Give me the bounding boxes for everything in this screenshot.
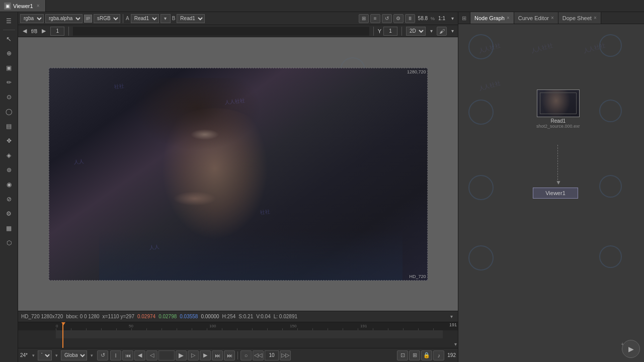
viewer-toolbar-2: ◀ f/8 ▶ Y 2D3D ▾ 🖌 ▾: [18, 25, 458, 37]
frame-last: 192: [447, 352, 456, 358]
viewer-toolbar-1: rgbargbrgba rgba.alpha IP sRGB A Read1 ▾…: [18, 12, 458, 25]
render-btn[interactable]: ⊞: [409, 350, 420, 360]
resolution-label: HD_720 644x362: [21, 314, 63, 319]
current-frame-input[interactable]: 0: [158, 350, 175, 360]
tab-dope-sheet[interactable]: Dope Sheet ×: [558, 12, 601, 24]
tab-node-graph[interactable]: Node Graph ×: [470, 12, 514, 24]
toolbar-btn-transform[interactable]: ⊕: [2, 46, 16, 60]
next-keyframe-btn[interactable]: ⏭: [212, 350, 223, 360]
toolbar-btn-tools[interactable]: ⚙: [2, 207, 16, 221]
timeline-scroll-down[interactable]: ▾: [454, 341, 457, 347]
right-panel: ⊞ Node Graph × Curve Editor × Dope Sheet…: [458, 12, 644, 362]
toolbar-btn-paint[interactable]: ⊘: [2, 192, 16, 206]
tab-viewer1-label: Viewer1: [13, 3, 33, 9]
loop-btn[interactable]: ↺: [97, 350, 108, 360]
global-play-btn[interactable]: ▶: [622, 340, 640, 358]
toolbar-btn-move[interactable]: ✥: [2, 134, 16, 148]
channel-select[interactable]: rgbargbrgba: [20, 14, 44, 23]
global-expand-btn[interactable]: ▾: [88, 350, 95, 360]
global-select[interactable]: Global: [61, 350, 87, 360]
audio-sync-btn[interactable]: ♪: [433, 350, 444, 360]
top-tab-bar: ▣ Viewer1 ×: [0, 0, 644, 12]
tf-select[interactable]: TF: [38, 350, 52, 360]
audio-btn[interactable]: ◁◁: [253, 350, 264, 360]
view-options-btn[interactable]: ▾: [449, 27, 456, 36]
timeline-track[interactable]: 0 50 100 150 191 191: [18, 322, 458, 348]
toolbar-btn-menu[interactable]: ☰: [2, 14, 16, 28]
toolbar-btn-3d[interactable]: ◈: [2, 148, 16, 162]
read1-node[interactable]: Read1 shot2_source.000.exr: [536, 89, 580, 129]
go-start-btn[interactable]: I: [110, 350, 121, 360]
go-end-btn[interactable]: ⏭: [224, 350, 235, 360]
pause-icon[interactable]: ⏸: [405, 14, 415, 23]
tab-viewer1-close[interactable]: ×: [35, 3, 41, 9]
toolbar-btn-pencil[interactable]: ✏: [2, 75, 16, 89]
viewer1-node[interactable]: Viewer1: [533, 188, 578, 199]
input-b-label: B: [172, 16, 176, 21]
timeline-playhead[interactable]: [62, 322, 63, 348]
view-mode-arrow[interactable]: ▾: [428, 27, 435, 36]
timeline-end-frame: 191: [449, 322, 457, 327]
lock-btn[interactable]: 🔒: [421, 350, 432, 360]
v-value: V:0.04: [256, 314, 271, 319]
tab-curve-editor-close[interactable]: ×: [551, 15, 554, 21]
loop-mode-btn[interactable]: ○: [240, 350, 252, 360]
zoom-unit: %: [431, 16, 435, 21]
toolbar-btn-badge[interactable]: ⬡: [2, 236, 16, 250]
play-fwd-btn[interactable]: ▶: [176, 350, 187, 360]
chevron-down-icon[interactable]: ▾: [449, 14, 456, 23]
tab-node-graph-close[interactable]: ×: [507, 15, 510, 21]
refresh-icon[interactable]: ↺: [382, 14, 392, 23]
dope-sheet-label: Dope Sheet: [562, 15, 592, 21]
tab-curve-editor[interactable]: Curve Editor ×: [514, 12, 558, 24]
node-graph-area[interactable]: 人人社社 人人社社 人人社社 人人社社 Read1 shot2_source.0…: [458, 24, 644, 362]
y-label: Y: [378, 28, 381, 34]
input-a-extra[interactable]: ▾: [160, 14, 171, 23]
zoom-value: 58.8: [418, 16, 428, 21]
toolbar-btn-crop[interactable]: ▣: [2, 61, 16, 75]
viewer-panel: rgbargbrgba rgba.alpha IP sRGB A Read1 ▾…: [18, 12, 458, 362]
fps-expand-btn[interactable]: ▾: [30, 350, 37, 360]
fps-display: 24*: [20, 352, 28, 358]
alpha-select[interactable]: rgba.alpha: [45, 14, 83, 23]
viewer-icon: ▣: [4, 3, 11, 10]
prev-frame-btn[interactable]: ◀: [20, 27, 29, 36]
layout-icon[interactable]: ⊞: [359, 14, 369, 23]
toolbar-btn-clone[interactable]: ⊙: [2, 90, 16, 104]
tab-viewer1[interactable]: ▣ Viewer1 ×: [0, 0, 46, 12]
frame-val-1[interactable]: [50, 27, 64, 36]
settings-icon[interactable]: ⚙: [393, 14, 404, 23]
step-back-btn[interactable]: ◁: [146, 350, 157, 360]
tab-dope-sheet-close[interactable]: ×: [594, 15, 597, 21]
status-expand-btn[interactable]: ▾: [448, 313, 455, 320]
viewer-canvas[interactable]: 社社 人人社社 人人 社社 人人 1280,720 HD_720: [49, 68, 428, 281]
compare-icon[interactable]: ≡: [370, 14, 380, 23]
node-graph-label: Node Graph: [474, 15, 505, 21]
g-value: 0.02798: [158, 314, 177, 319]
cache-btn[interactable]: ⊡: [397, 350, 408, 360]
read1-node-sublabel: shot2_source.000.exr: [536, 124, 580, 129]
tf-expand-btn[interactable]: ▾: [53, 350, 60, 360]
toolbar-btn-gradient[interactable]: ▤: [2, 119, 16, 133]
paint-tool-btn[interactable]: 🖌: [437, 27, 447, 36]
toolbar-btn-shape[interactable]: ◯: [2, 105, 16, 119]
fast-fwd-btn[interactable]: ▷▷: [280, 350, 291, 360]
step-input[interactable]: [265, 350, 279, 360]
colorspace-select[interactable]: sRGB: [94, 14, 120, 23]
next-frame-btn[interactable]: ▶: [39, 27, 48, 36]
toolbar-btn-layers[interactable]: ▦: [2, 221, 16, 235]
view-mode-select[interactable]: 2D3D: [406, 27, 426, 36]
toolbar-btn-eye[interactable]: ◉: [2, 177, 16, 192]
viewer1-node-label: Viewer1: [545, 190, 566, 196]
play-rev-btn[interactable]: ▷: [188, 350, 199, 360]
toolbar-btn-pointer[interactable]: ↖: [2, 32, 16, 46]
input-a-select[interactable]: Read1: [131, 14, 159, 23]
ip-indicator: IP: [84, 15, 92, 23]
main-area: ☰ ↖ ⊕ ▣ ✏ ⊙ ◯ ▤ ✥ ◈ ⊛ ◉ ⊘ ⚙ ▦ ⬡ rgbargbr…: [0, 12, 644, 362]
input-b-select[interactable]: Read1: [177, 14, 205, 23]
toolbar-btn-particles[interactable]: ⊛: [2, 163, 16, 177]
prev-keyframe-btn[interactable]: ⏮: [122, 350, 133, 360]
y-val[interactable]: [383, 27, 397, 36]
next-frame-pb-btn[interactable]: ▶: [200, 350, 211, 360]
prev-frame-pb-btn[interactable]: ◀: [134, 350, 145, 360]
